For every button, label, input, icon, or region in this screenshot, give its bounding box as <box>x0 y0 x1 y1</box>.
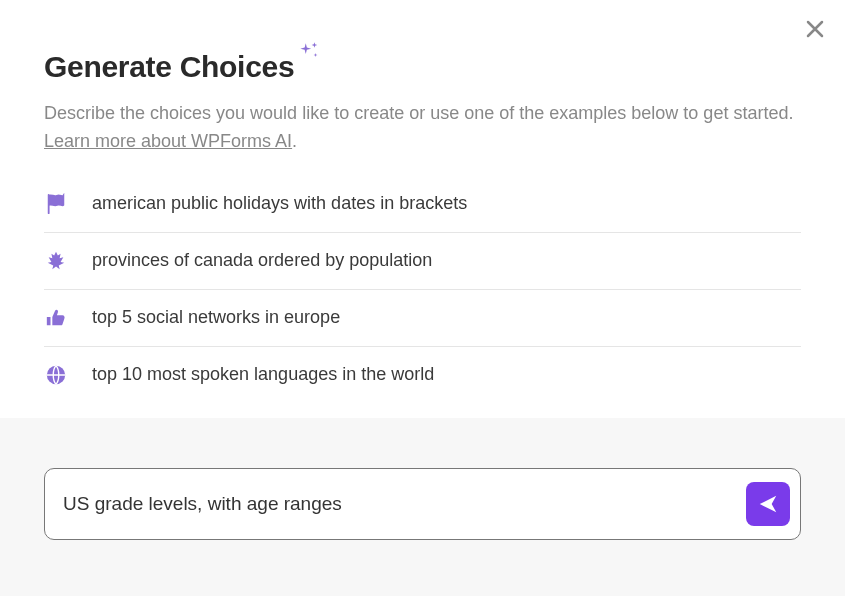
example-label: american public holidays with dates in b… <box>92 193 467 214</box>
globe-icon <box>44 363 68 387</box>
example-item-provinces[interactable]: provinces of canada ordered by populatio… <box>44 233 801 290</box>
dialog-header: Generate Choices <box>0 0 845 84</box>
dialog-title: Generate Choices <box>44 50 294 84</box>
description-period: . <box>292 131 297 151</box>
prompt-input[interactable] <box>63 493 746 515</box>
sparkle-icon <box>296 40 322 70</box>
example-item-languages[interactable]: top 10 most spoken languages in the worl… <box>44 347 801 403</box>
dialog-description: Describe the choices you would like to c… <box>0 84 845 156</box>
prompt-input-wrapper <box>44 468 801 540</box>
close-button[interactable] <box>805 16 825 44</box>
examples-list: american public holidays with dates in b… <box>0 156 845 403</box>
send-button[interactable] <box>746 482 790 526</box>
example-label: top 10 most spoken languages in the worl… <box>92 364 434 385</box>
example-item-holidays[interactable]: american public holidays with dates in b… <box>44 192 801 233</box>
thumbs-up-icon <box>44 306 68 330</box>
close-icon <box>805 19 825 39</box>
example-item-social[interactable]: top 5 social networks in europe <box>44 290 801 347</box>
leaf-icon <box>44 249 68 273</box>
flag-icon <box>44 192 68 216</box>
learn-more-link[interactable]: Learn more about WPForms AI <box>44 131 292 151</box>
send-icon <box>757 493 779 515</box>
example-label: provinces of canada ordered by populatio… <box>92 250 432 271</box>
input-area <box>0 418 845 596</box>
example-label: top 5 social networks in europe <box>92 307 340 328</box>
description-text: Describe the choices you would like to c… <box>44 103 793 123</box>
